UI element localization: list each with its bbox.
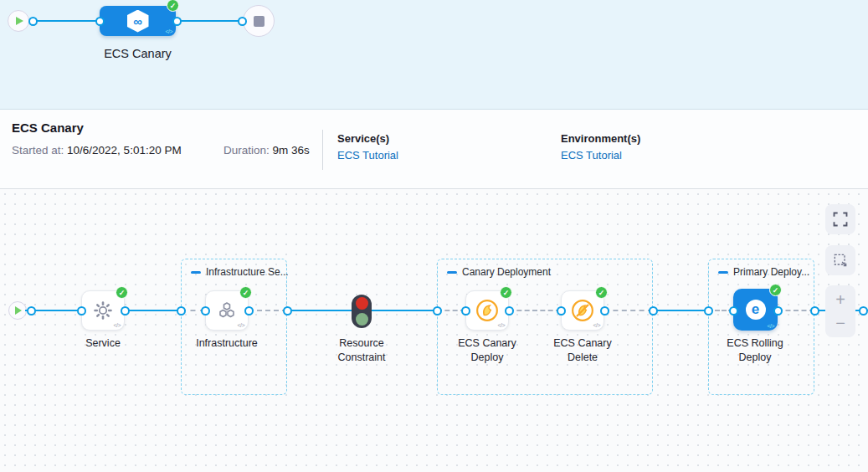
connector-port: [177, 306, 186, 316]
step-label: Resource Constraint: [326, 336, 398, 365]
group-title: Primary Deploy...: [733, 266, 809, 278]
run-details-bar: ECS Canary Started at: 10/6/2022, 5:01:2…: [0, 110, 868, 189]
connector-line: [177, 20, 242, 22]
stage-node-ecs-canary[interactable]: ∞ ✓ </>: [100, 6, 176, 36]
environments-link[interactable]: ECS Tutorial: [561, 149, 640, 162]
ecs-rolling-icon: e: [746, 300, 766, 320]
group-collapse-toggle[interactable]: Infrastructure Se...: [191, 266, 289, 278]
step-service[interactable]: ✓ </>: [81, 290, 125, 331]
environments-label: Environment(s): [561, 132, 640, 145]
success-check-icon: ✓: [595, 286, 608, 299]
fit-to-screen-icon: [832, 211, 849, 228]
zoom-controls: + −: [825, 285, 855, 337]
connector-port: [27, 306, 36, 316]
connector-port: [201, 306, 210, 316]
stop-icon: [254, 16, 265, 27]
fit-to-screen-button[interactable]: [825, 204, 855, 234]
code-toggle-icon: </>: [165, 28, 172, 34]
success-check-icon: ✓: [167, 0, 179, 12]
connector-port: [283, 306, 292, 316]
step-ecs-rolling-deploy[interactable]: e ✓ </>: [733, 289, 778, 331]
success-check-icon: ✓: [239, 286, 252, 299]
group-title: Infrastructure Se...: [206, 266, 289, 278]
canary-deploy-icon: [475, 299, 499, 322]
connector-port: [28, 17, 38, 26]
services-label: Service(s): [337, 132, 398, 145]
environments-column: Environment(s) ECS Tutorial: [561, 132, 640, 162]
connector-port: [810, 306, 819, 316]
group-collapse-toggle[interactable]: Primary Deploy...: [718, 266, 809, 278]
connector-port: [244, 306, 254, 316]
marquee-select-button[interactable]: [825, 245, 855, 275]
connector-port: [77, 306, 86, 316]
started-at: Started at: 10/6/2022, 5:01:20 PM: [12, 144, 182, 156]
services-column: Service(s) ECS Tutorial: [337, 132, 398, 162]
connector-line-dashed: [778, 310, 814, 311]
success-check-icon: ✓: [500, 286, 512, 299]
connector-port: [600, 306, 609, 316]
play-icon: [15, 306, 22, 315]
pipeline-stage-icon: ∞: [127, 10, 149, 33]
collapse-minus-icon: [447, 271, 457, 274]
step-label: Service: [67, 336, 139, 351]
canary-delete-icon: [571, 299, 594, 322]
zoom-in-button[interactable]: +: [835, 291, 845, 308]
success-check-icon: ✓: [769, 284, 782, 296]
infrastructure-icon: [216, 300, 238, 321]
connector-line-dashed: [509, 310, 561, 311]
red-signal-icon: [356, 297, 368, 310]
step-label: ECS Rolling Deploy: [719, 336, 791, 365]
code-toggle-icon: </>: [593, 322, 600, 328]
step-resource-constraint[interactable]: [352, 295, 372, 328]
connector-line-dashed: [249, 310, 287, 311]
success-check-icon: ✓: [116, 286, 128, 299]
code-toggle-icon: </>: [113, 322, 121, 328]
connector-line: [125, 310, 182, 311]
group-title: Canary Deployment: [462, 266, 551, 278]
services-link[interactable]: ECS Tutorial: [337, 149, 398, 162]
collapse-minus-icon: [191, 271, 201, 274]
run-pipeline-button[interactable]: [8, 10, 29, 32]
gear-icon: [93, 300, 113, 321]
connector-port: [121, 306, 130, 316]
connector-port: [172, 17, 182, 26]
step-ecs-canary-deploy[interactable]: ✓ </>: [465, 290, 509, 331]
connector-line: [33, 20, 100, 22]
connector-port: [505, 306, 514, 316]
connector-port: [238, 17, 247, 26]
connector-line: [653, 310, 708, 311]
play-icon: [16, 17, 23, 25]
green-signal-icon: [356, 313, 368, 326]
step-label: ECS Canary Deploy: [451, 336, 523, 365]
connector-port: [557, 306, 566, 316]
divider: [322, 130, 323, 170]
step-infrastructure[interactable]: ✓ </>: [205, 290, 249, 331]
connector-port: [95, 17, 105, 26]
step-label: Infrastructure: [191, 336, 263, 351]
code-toggle-icon: </>: [767, 323, 774, 329]
run-title: ECS Canary: [12, 121, 84, 135]
connector-line-dashed: [604, 310, 653, 311]
zoom-out-button[interactable]: −: [835, 315, 845, 331]
connector-port: [649, 306, 658, 316]
execution-graph-canvas[interactable]: Infrastructure Se... Canary Deployment P…: [0, 189, 868, 472]
connector-port: [729, 306, 738, 316]
code-toggle-icon: </>: [237, 322, 244, 328]
connector-port: [704, 306, 713, 316]
stage-overview-strip: ∞ ✓ </> ECS Canary: [0, 0, 868, 110]
step-ecs-canary-delete[interactable]: ✓ </>: [561, 290, 604, 331]
connector-port: [773, 306, 783, 316]
group-collapse-toggle[interactable]: Canary Deployment: [447, 266, 551, 278]
stop-pipeline-button[interactable]: [243, 5, 275, 37]
connector-port: [461, 306, 470, 316]
code-toggle-icon: </>: [497, 322, 505, 328]
duration: Duration: 9m 36s: [223, 144, 310, 156]
connector-port: [433, 306, 442, 316]
stage-name-label: ECS Canary: [90, 47, 186, 60]
graph-start-node[interactable]: [8, 301, 27, 320]
collapse-minus-icon: [718, 271, 728, 274]
connector-port: [859, 306, 868, 316]
step-label: ECS Canary Delete: [547, 336, 619, 365]
marquee-select-icon: [832, 252, 849, 269]
